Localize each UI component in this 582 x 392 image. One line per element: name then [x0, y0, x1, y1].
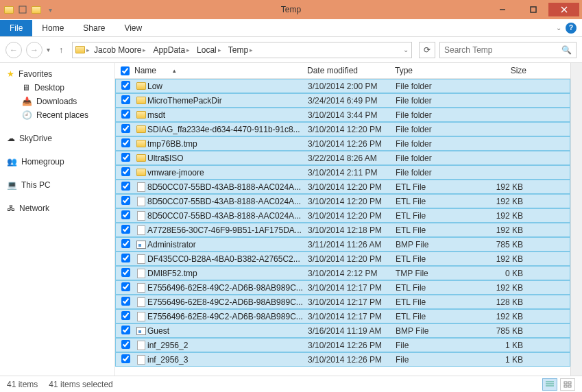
system-menu-icon[interactable] — [3, 3, 15, 16]
file-row[interactable]: Ultra$ISO3/22/2014 8:26 AMFile folder — [115, 151, 570, 165]
minimize-button[interactable] — [487, 3, 518, 16]
homegroup-icon: 👥 — [7, 157, 17, 167]
chevron-right-icon[interactable]: ▸ — [218, 47, 221, 53]
file-icon — [137, 355, 145, 365]
sidebar-item-downloads[interactable]: 📥Downloads — [0, 95, 114, 108]
file-row[interactable]: Low3/10/2014 2:00 PMFile folder — [115, 79, 570, 93]
file-type: ETL File — [396, 211, 472, 221]
file-row[interactable]: A7728E56-30C7-46F9-9B51-1AF175DA...3/10/… — [115, 223, 570, 237]
file-row[interactable]: inf_2956_33/10/2014 12:26 PMFile1 KB — [115, 352, 570, 367]
row-checkbox[interactable] — [121, 124, 135, 135]
row-checkbox[interactable] — [121, 326, 135, 336]
column-header-size[interactable]: Size — [472, 66, 526, 75]
search-box[interactable]: 🔍 — [439, 42, 577, 58]
icons-view-button[interactable] — [560, 378, 575, 391]
recent-icon: 🕘 — [22, 110, 32, 120]
file-row[interactable]: E7556496-62E8-49C2-AD6B-98AB989C...3/10/… — [115, 295, 570, 309]
qat-newfolder-icon[interactable] — [30, 3, 43, 16]
history-dropdown-icon[interactable]: ▾ — [47, 46, 50, 53]
row-checkbox[interactable] — [121, 167, 135, 178]
sidebar-skydrive[interactable]: ☁SkyDrive — [0, 132, 114, 145]
home-tab[interactable]: Home — [32, 20, 73, 36]
column-header-type[interactable]: Type — [395, 66, 472, 75]
row-checkbox[interactable] — [121, 311, 135, 322]
row-checkbox[interactable] — [121, 239, 135, 250]
file-row[interactable]: MicroThemePackDir3/24/2014 6:49 PMFile f… — [115, 93, 570, 108]
qat-properties-icon[interactable] — [16, 3, 29, 16]
close-button[interactable] — [548, 3, 579, 16]
row-checkbox[interactable] — [121, 110, 135, 121]
row-checkbox[interactable] — [121, 95, 135, 106]
file-size: 192 KB — [472, 283, 527, 293]
file-row[interactable]: E7556496-62E8-49C2-AD6B-98AB989C...3/10/… — [115, 280, 570, 295]
scrollbar[interactable] — [570, 63, 582, 376]
row-checkbox[interactable] — [121, 81, 135, 92]
file-row[interactable]: 8D50CC07-55BD-43AB-8188-AAC024A...3/10/2… — [115, 194, 570, 208]
file-row[interactable]: DF435CC0-B28A-4BA0-B382-A2765C2...3/10/2… — [115, 252, 570, 266]
file-row[interactable]: 8D50CC07-55BD-43AB-8188-AAC024A...3/10/2… — [115, 208, 570, 223]
file-tab[interactable]: File — [0, 20, 32, 36]
file-row[interactable]: Guest3/16/2014 11:19 AMBMP File785 KB — [115, 323, 570, 338]
up-button[interactable]: ↑ — [54, 43, 68, 57]
select-all-checkbox[interactable] — [121, 66, 134, 75]
refresh-button[interactable]: ⟳ — [419, 42, 435, 58]
file-date: 3/10/2014 12:17 PM — [308, 312, 396, 321]
file-date: 3/10/2014 12:20 PM — [308, 182, 396, 192]
help-icon[interactable]: ? — [566, 23, 577, 34]
maximize-button[interactable] — [518, 3, 548, 16]
file-type: ETL File — [396, 312, 472, 321]
row-checkbox[interactable] — [121, 210, 135, 221]
row-checkbox[interactable] — [121, 225, 135, 236]
image-icon — [136, 327, 146, 335]
column-headers: Name▴ Date modified Type Size — [115, 63, 570, 79]
sidebar-favorites[interactable]: ★Favorites — [0, 67, 114, 81]
forward-button[interactable]: → — [26, 42, 43, 58]
sidebar-item-recent[interactable]: 🕘Recent places — [0, 108, 114, 122]
ribbon-expand-icon[interactable]: ⌄ — [556, 24, 561, 32]
row-checkbox[interactable] — [121, 254, 135, 265]
file-row[interactable]: E7556496-62E8-49C2-AD6B-98AB989C...3/10/… — [115, 309, 570, 323]
address-dropdown-icon[interactable]: ⌄ — [403, 46, 409, 53]
sidebar-thispc[interactable]: 💻This PC — [0, 178, 114, 192]
back-button[interactable]: ← — [5, 42, 22, 58]
file-row[interactable]: SDIAG_ffa2334e-d634-4470-911b-91c8...3/1… — [115, 122, 570, 136]
folder-icon — [136, 97, 146, 104]
qat-dropdown-icon[interactable]: ▾ — [44, 3, 56, 16]
chevron-right-icon[interactable]: ▸ — [143, 47, 146, 53]
column-header-date[interactable]: Date modified — [307, 66, 395, 75]
file-row[interactable]: msdt3/10/2014 3:44 PMFile folder — [115, 108, 570, 122]
file-icon — [137, 297, 145, 307]
address-bar[interactable]: ▸ Jacob Moore▸ AppData▸ Local▸ Temp▸ ⌄ — [72, 42, 412, 58]
row-checkbox[interactable] — [121, 340, 135, 351]
row-checkbox[interactable] — [121, 297, 135, 308]
file-row[interactable]: inf_2956_23/10/2014 12:26 PMFile1 KB — [115, 338, 570, 352]
sidebar-item-desktop[interactable]: 🖥Desktop — [0, 81, 114, 95]
file-list[interactable]: Low3/10/2014 2:00 PMFile folderMicroThem… — [115, 79, 570, 376]
file-name: inf_2956_2 — [147, 341, 308, 350]
view-tab[interactable]: View — [114, 20, 151, 36]
row-checkbox[interactable] — [121, 282, 135, 293]
row-checkbox[interactable] — [121, 354, 135, 365]
column-header-name[interactable]: Name▴ — [134, 66, 307, 75]
pc-icon: 💻 — [7, 180, 17, 190]
search-icon[interactable]: 🔍 — [561, 45, 572, 55]
row-checkbox[interactable] — [121, 196, 135, 207]
file-row[interactable]: DMI8F52.tmp3/10/2014 2:12 PMTMP File0 KB — [115, 266, 570, 280]
share-tab[interactable]: Share — [73, 20, 114, 36]
search-input[interactable] — [444, 45, 561, 55]
file-row[interactable]: Administrator3/11/2014 11:26 AMBMP File7… — [115, 237, 570, 252]
file-row[interactable]: 8D50CC07-55BD-43AB-8188-AAC024A...3/10/2… — [115, 180, 570, 194]
chevron-right-icon[interactable]: ▸ — [250, 47, 253, 53]
sidebar-homegroup[interactable]: 👥Homegroup — [0, 155, 114, 169]
titlebar[interactable]: ▾ Temp — [0, 0, 582, 19]
chevron-right-icon[interactable]: ▸ — [86, 47, 90, 53]
chevron-right-icon[interactable]: ▸ — [186, 47, 190, 53]
sidebar-network[interactable]: 🖧Network — [0, 201, 114, 215]
row-checkbox[interactable] — [121, 268, 135, 279]
row-checkbox[interactable] — [121, 153, 135, 164]
file-row[interactable]: tmp76BB.tmp3/10/2014 12:26 PMFile folder — [115, 136, 570, 151]
file-row[interactable]: vmware-jmoore3/10/2014 2:11 PMFile folde… — [115, 165, 570, 180]
row-checkbox[interactable] — [121, 138, 135, 149]
details-view-button[interactable] — [542, 378, 557, 391]
row-checkbox[interactable] — [121, 182, 135, 193]
